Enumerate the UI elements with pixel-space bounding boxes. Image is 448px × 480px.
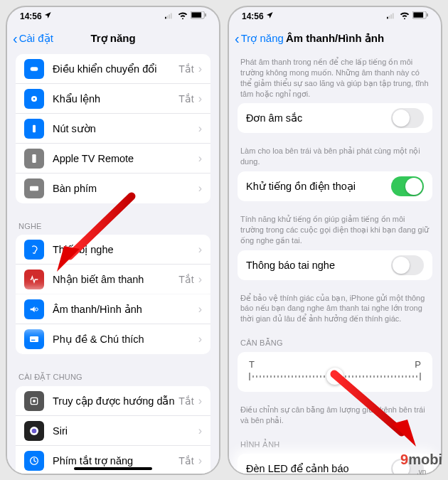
side-button-icon	[24, 119, 44, 139]
group-general: Truy cập được hướng dẫnTắt›Siri›Phím tắt…	[16, 386, 210, 474]
svg-point-17	[33, 400, 36, 402]
row-label: Điều khiển chuyển đổi	[53, 63, 178, 75]
row-guided-access[interactable]: Truy cập được hướng dẫnTắt›	[16, 386, 210, 416]
left-phone: 14:56 ‹ Cài đặt Trợ năng Điều khiển chuy…	[6, 6, 220, 475]
svg-point-9	[33, 97, 36, 100]
noise-toggle[interactable]	[391, 176, 424, 196]
chevron-right-icon: ›	[198, 182, 202, 195]
row-siri[interactable]: Siri›	[16, 416, 210, 446]
balance-slider[interactable]	[249, 375, 421, 378]
location-icon	[266, 11, 274, 21]
chevron-right-icon: ›	[198, 122, 202, 135]
visual-header: HÌNH ẢNH	[229, 430, 441, 454]
noise-label: Khử tiếng ồn điện thoại	[246, 181, 391, 192]
row-label: Phím tắt trợ năng	[53, 455, 178, 466]
status-time: 14:56	[20, 11, 42, 21]
nav-bar: ‹ Cài đặt Trợ năng	[7, 23, 219, 54]
group-hearing: Thiết bị nghe›Nhận biết âm thanhTắt›Âm t…	[16, 235, 210, 354]
row-label: Thiết bị nghe	[53, 244, 198, 255]
row-value: Tắt	[178, 395, 193, 407]
shortcut-icon	[24, 451, 44, 471]
back-label: Trợ năng	[241, 32, 284, 45]
svg-rect-28	[393, 14, 394, 19]
chevron-right-icon: ›	[198, 303, 202, 316]
svg-rect-31	[427, 14, 428, 17]
svg-point-19	[32, 428, 37, 433]
svg-point-13	[35, 308, 38, 311]
row-subtitles[interactable]: Phụ đề & Chú thích›	[16, 324, 210, 354]
status-time: 14:56	[242, 11, 264, 21]
back-button[interactable]: ‹ Cài đặt	[13, 31, 53, 47]
location-icon	[44, 11, 52, 21]
back-button[interactable]: ‹ Trợ năng	[235, 31, 284, 47]
chevron-right-icon: ›	[198, 243, 202, 256]
svg-rect-15	[31, 340, 35, 341]
settings-list: Phát âm thanh trong nền để che lấp tiếng…	[229, 54, 441, 474]
row-mono-audio[interactable]: Đơn âm sắc	[238, 103, 432, 133]
mono-footer: Làm cho loa bên trái và bên phải phát cù…	[229, 142, 441, 171]
settings-list: Điều khiển chuyển đổiTắt›Khẩu lệnhTắt›Nú…	[7, 54, 219, 474]
row-remote[interactable]: Apple TV Remote›	[16, 144, 210, 174]
row-value: Tắt	[178, 93, 193, 105]
keyboard-icon	[24, 178, 44, 198]
svg-rect-0	[165, 17, 166, 19]
chevron-right-icon: ›	[198, 92, 202, 105]
back-label: Cài đặt	[19, 32, 53, 45]
row-label: Truy cập được hướng dẫn	[53, 395, 178, 407]
mono-toggle[interactable]	[391, 108, 424, 128]
ear-icon	[24, 240, 44, 260]
led-label: Đèn LED để cảnh báo	[246, 463, 391, 474]
group-physical: Điều khiển chuyển đổiTắt›Khẩu lệnhTắt›Nú…	[16, 54, 210, 203]
remote-icon	[24, 149, 44, 169]
svg-rect-25	[387, 17, 388, 19]
svg-rect-30	[413, 12, 423, 17]
svg-rect-11	[32, 154, 36, 163]
group-noise: Khử tiếng ồn điện thoại	[238, 171, 432, 201]
svg-rect-1	[167, 16, 169, 18]
row-audio-visual[interactable]: Âm thanh/Hình ảnh›	[16, 294, 210, 324]
row-keyboard[interactable]: Bàn phím›	[16, 174, 210, 203]
home-indicator[interactable]	[74, 467, 152, 470]
group-headphone: Thông báo tai nghe	[238, 250, 432, 280]
watermark: 9mobi .vn	[400, 452, 442, 476]
row-headphone-notif[interactable]: Thông báo tai nghe	[238, 250, 432, 280]
watermark-vn: .vn	[400, 468, 442, 476]
row-side-button[interactable]: Nút sườn›	[16, 114, 210, 144]
row-switch-control[interactable]: Điều khiển chuyển đổiTắt›	[16, 54, 210, 84]
chevron-right-icon: ›	[198, 425, 202, 437]
svg-rect-3	[171, 14, 172, 19]
voice-control-icon	[24, 89, 44, 109]
row-ear[interactable]: Thiết bị nghe›	[16, 235, 210, 265]
hearing-header: NGHE	[7, 212, 219, 235]
row-label: Apple TV Remote	[53, 153, 198, 164]
balance-footer: Điều chỉnh sự cân bằng âm lượng giữa kên…	[229, 400, 441, 430]
slider-thumb[interactable]	[326, 368, 343, 385]
svg-rect-12	[30, 186, 38, 191]
switch-control-icon	[24, 59, 44, 79]
wifi-icon	[178, 11, 188, 21]
row-label: Siri	[53, 425, 198, 437]
right-phone: 14:56 ‹ Trợ năng Âm thanh/Hình ảnh Phát …	[228, 6, 442, 475]
watermark-mobi: mobi	[408, 452, 442, 467]
chevron-right-icon: ›	[198, 333, 202, 346]
chevron-right-icon: ›	[198, 273, 202, 286]
signal-icon	[165, 11, 175, 21]
row-value: Tắt	[178, 63, 193, 75]
svg-rect-27	[390, 14, 392, 18]
group-mono: Đơn âm sắc	[238, 103, 432, 133]
balance-header: CÂN BẰNG	[229, 329, 441, 352]
status-bar: 14:56	[229, 7, 441, 23]
chevron-right-icon: ›	[198, 63, 202, 75]
row-phone-noise[interactable]: Khử tiếng ồn điện thoại	[238, 171, 432, 201]
headphone-toggle[interactable]	[391, 255, 424, 275]
wifi-icon	[400, 11, 410, 21]
balance-left-label: T	[249, 359, 255, 370]
row-value: Tắt	[178, 274, 193, 285]
row-sound-recognition[interactable]: Nhận biết âm thanhTắt›	[16, 265, 210, 294]
svg-rect-7	[31, 67, 38, 70]
battery-icon	[191, 11, 206, 21]
siri-icon	[24, 421, 44, 441]
row-value: Tắt	[178, 455, 193, 466]
row-voice-control[interactable]: Khẩu lệnhTắt›	[16, 84, 210, 114]
signal-icon	[387, 11, 397, 21]
